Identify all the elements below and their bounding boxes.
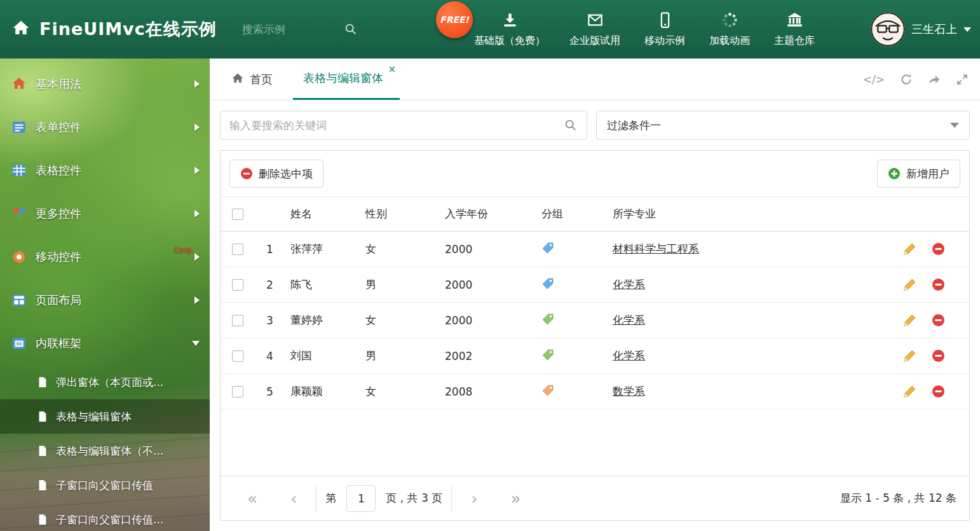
row-name: 陈飞 (290, 267, 365, 303)
page-prefix: 第 (325, 491, 336, 506)
row-checkbox[interactable] (232, 315, 243, 326)
file-icon (37, 479, 48, 491)
file-icon (37, 514, 48, 525)
row-gender: 男 (365, 338, 445, 374)
major-link[interactable]: 化学系 (613, 349, 645, 362)
expand-icon[interactable] (956, 73, 969, 86)
source-code-icon[interactable]: </> (863, 73, 885, 86)
user-menu[interactable]: 三生石上 (871, 0, 971, 59)
refresh-icon[interactable] (900, 73, 913, 86)
sidebar-item-more-controls[interactable]: 更多控件 (0, 192, 210, 235)
row-name: 刘国 (290, 338, 365, 374)
nav-enterprise-trial[interactable]: 企业版试用 (567, 11, 623, 48)
row-index: 3 (257, 303, 290, 338)
brand[interactable]: FineUIMvc在线示例 (11, 18, 217, 41)
close-icon[interactable]: × (388, 65, 396, 74)
sidebar-item-inline-frame[interactable]: 内联框架 (0, 322, 210, 365)
nav-loading-animation[interactable]: 加载动画 (707, 11, 752, 48)
sidebar-item-mobile-controls[interactable]: 移动控件 Corp. (0, 235, 210, 279)
delete-selected-button[interactable]: 删除选中项 (229, 160, 323, 188)
delete-row-icon[interactable] (932, 385, 945, 398)
tab-tools: </> (863, 59, 969, 100)
header-nav: 基础版（免费） 企业版试用 移动示例 (472, 0, 817, 59)
tab-home[interactable]: 首页 (221, 59, 283, 100)
file-icon (37, 411, 48, 422)
row-checkbox[interactable] (232, 350, 243, 362)
chevron-right-icon (194, 296, 200, 304)
page-number-input[interactable] (346, 485, 376, 512)
row-name: 康颖颖 (290, 374, 365, 410)
next-page-icon[interactable]: › (454, 490, 494, 507)
chevron-right-icon (194, 80, 200, 88)
search-icon[interactable] (344, 22, 358, 36)
sidebar-item-page-layout[interactable]: 页面布局 (0, 279, 210, 322)
major-link[interactable]: 化学系 (613, 314, 645, 326)
major-link[interactable]: 数学系 (613, 385, 645, 397)
tab-grid-edit-window[interactable]: 表格与编辑窗体 × (293, 59, 400, 100)
row-name: 张萍萍 (290, 231, 365, 267)
filter-dropdown[interactable]: 过滤条件一 (596, 111, 970, 140)
grid-empty-area (221, 410, 969, 476)
edit-pencil-icon[interactable] (903, 385, 916, 398)
row-year: 2000 (445, 231, 541, 267)
table-row: 4 刘国 男 2002 化学系 (221, 338, 969, 374)
edit-pencil-icon[interactable] (903, 349, 916, 362)
header-search-input[interactable] (242, 23, 344, 36)
delete-row-icon[interactable] (932, 314, 945, 327)
top-header: FineUIMvc在线示例 FREE! 基础版（免费） 企业版试用 (0, 0, 980, 59)
nav-basic-version[interactable]: 基础版（免费） (472, 11, 548, 48)
edit-pencil-icon[interactable] (903, 242, 916, 256)
plus-circle-icon (888, 167, 901, 180)
header-search[interactable] (242, 22, 369, 36)
keyword-search-input[interactable] (229, 119, 564, 132)
search-icon[interactable] (564, 118, 578, 132)
sidebar-item-grid-controls[interactable]: 表格控件 (0, 149, 210, 192)
tag-icon (541, 348, 554, 361)
edit-pencil-icon[interactable] (903, 278, 916, 291)
select-all-checkbox[interactable] (232, 209, 243, 220)
share-icon[interactable] (928, 73, 941, 86)
table-header-row: 姓名 性别 入学年份 分组 所学专业 (221, 197, 969, 231)
col-group: 分组 (541, 197, 613, 231)
col-name: 姓名 (290, 197, 365, 231)
col-actions (887, 197, 969, 231)
chevron-right-icon (194, 167, 200, 174)
bank-icon (786, 11, 803, 31)
major-link[interactable]: 材料科学与工程系 (613, 242, 699, 255)
row-checkbox[interactable] (232, 244, 243, 255)
delete-row-icon[interactable] (932, 349, 945, 362)
table-row: 1 张萍萍 女 2000 材料科学与工程系 (221, 231, 969, 267)
frame-icon (11, 336, 27, 351)
prev-page-icon[interactable]: ‹ (274, 490, 313, 507)
table-icon (11, 163, 27, 178)
delete-row-icon[interactable] (932, 242, 945, 256)
last-page-icon[interactable]: » (494, 490, 538, 507)
file-icon (37, 376, 48, 388)
form-icon (11, 120, 27, 135)
row-checkbox[interactable] (232, 386, 243, 397)
sidebar-item-basic-usage[interactable]: 基本用法 (0, 62, 210, 106)
sidebar-item-form-controls[interactable]: 表单控件 (0, 106, 210, 149)
add-user-button[interactable]: 新增用户 (877, 160, 960, 188)
sidebar-subitem-child-to-parent[interactable]: 子窗口向父窗口传值 (0, 468, 210, 502)
major-link[interactable]: 化学系 (613, 278, 645, 291)
sidebar-subitem-grid-edit-window[interactable]: 表格与编辑窗体 (0, 399, 210, 434)
sidebar-subitem-popup-window[interactable]: 弹出窗体（本页面或... (0, 365, 210, 399)
first-page-icon[interactable]: « (231, 490, 274, 507)
row-checkbox[interactable] (232, 279, 243, 291)
sidebar-subitem-child-to-parent-2[interactable]: 子窗口向父窗口传值... (0, 502, 210, 531)
divider (451, 485, 452, 512)
row-year: 2000 (445, 303, 541, 338)
keyword-search[interactable] (220, 111, 587, 140)
download-icon (501, 11, 519, 31)
row-year: 2000 (445, 267, 541, 303)
nav-mobile-demo[interactable]: 移动示例 (642, 11, 688, 48)
row-name: 董婷婷 (290, 303, 365, 338)
edit-pencil-icon[interactable] (903, 314, 916, 327)
nav-theme-repo[interactable]: 主题仓库 (772, 11, 817, 48)
delete-row-icon[interactable] (932, 278, 945, 291)
sidebar-subitem-grid-edit-window-2[interactable]: 表格与编辑窗体（不... (0, 434, 210, 468)
chevron-down-icon (950, 123, 959, 128)
record-summary: 显示 1 - 5 条 , 共 12 条 (840, 491, 956, 506)
sidebar: 基本用法 表单控件 表格控件 (0, 59, 210, 531)
